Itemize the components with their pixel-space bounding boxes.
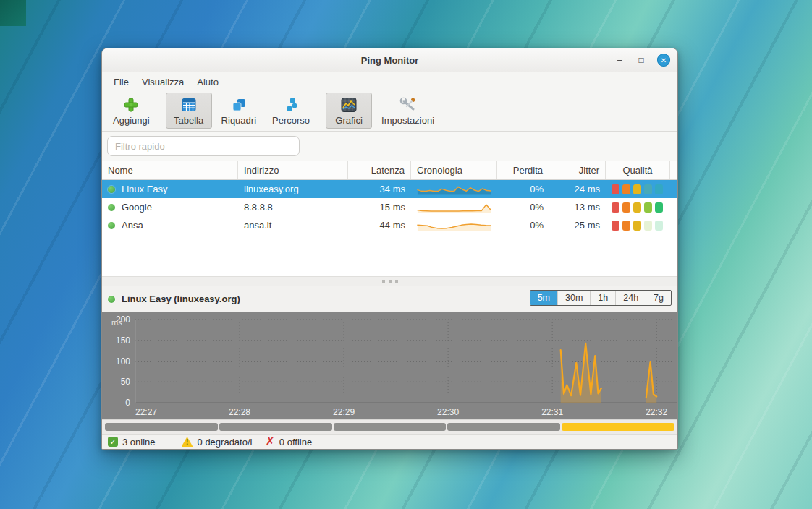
splitter-grip-dot	[382, 280, 385, 283]
toolbar-button-label: Impostazioni	[381, 115, 434, 126]
menu-visualizza[interactable]: Visualizza	[136, 74, 190, 90]
host-latency: 34 ms	[348, 184, 411, 194]
ping-monitor-window: Ping Monitor – □ ✕ File Visualizza Aiuto…	[101, 48, 678, 450]
panels-icon	[231, 96, 247, 114]
timeline-segment-gray[interactable]	[447, 423, 560, 431]
table-header: Nome Indirizzo Latenza Cronologia Perdit…	[102, 161, 677, 180]
timeline-segment-gray[interactable]	[219, 423, 332, 431]
window-title: Ping Monitor	[102, 55, 677, 66]
toolbar-button-label: Aggiungi	[113, 115, 150, 126]
timeline-segment-gray[interactable]	[105, 423, 218, 431]
menu-file[interactable]: File	[108, 74, 135, 90]
online-status-dot	[108, 186, 115, 193]
host-latency: 15 ms	[348, 202, 411, 213]
timeline-segment-gray[interactable]	[334, 423, 447, 431]
latency-sparkline	[417, 183, 491, 196]
host-loss: 0%	[497, 184, 549, 194]
host-jitter: 24 ms	[549, 184, 606, 194]
quality-square-amber	[633, 221, 641, 231]
table-row[interactable]: Google 8.8.8.8 15 ms 0% 13 ms	[102, 198, 677, 216]
tools-icon	[399, 96, 417, 114]
quality-square-orange	[622, 221, 630, 231]
quality-square-green	[655, 202, 663, 213]
timeline-scrollbar	[102, 419, 677, 434]
filter-row	[102, 132, 677, 161]
host-jitter: 13 ms	[549, 202, 606, 213]
graph-icon	[341, 96, 357, 114]
column-header-spacer	[670, 161, 677, 179]
svg-text:22:30: 22:30	[437, 407, 459, 417]
column-header-jitter[interactable]: Jitter	[549, 161, 606, 179]
svg-text:150: 150	[116, 335, 130, 346]
quality-square-lime	[644, 202, 652, 213]
quality-square-green	[655, 184, 663, 194]
column-header-qualita[interactable]: Qualità	[606, 161, 670, 179]
column-header-perdita[interactable]: Perdita	[497, 161, 549, 179]
host-address: 8.8.8.8	[238, 202, 348, 213]
column-header-indirizzo[interactable]: Indirizzo	[238, 161, 348, 179]
svg-text:22:31: 22:31	[541, 407, 563, 417]
host-loss: 0%	[497, 202, 549, 213]
titlebar[interactable]: Ping Monitor – □ ✕	[102, 48, 677, 72]
quality-indicator	[612, 184, 663, 194]
detail-host-title: Linux Easy (linuxeasy.org)	[122, 294, 240, 304]
range-5m[interactable]: 5m	[530, 291, 558, 305]
column-header-nome[interactable]: Nome	[102, 161, 238, 179]
online-count: 3 online	[122, 437, 156, 448]
svg-text:22:28: 22:28	[229, 407, 250, 417]
host-name: Google	[122, 202, 152, 213]
svg-text:22:29: 22:29	[333, 407, 355, 417]
table-row[interactable]: Linux Easy linuxeasy.org 34 ms 0% 24 ms	[102, 180, 677, 198]
range-30m[interactable]: 30m	[558, 291, 591, 305]
menu-aiuto[interactable]: Aiuto	[191, 74, 224, 90]
menubar: File Visualizza Aiuto	[102, 72, 677, 91]
latency-chart: 050100150200ms22:2722:2822:2922:3022:312…	[102, 312, 677, 419]
route-icon	[283, 96, 299, 114]
host-jitter: 25 ms	[549, 220, 606, 231]
timeline-segment-yellow[interactable]	[562, 423, 674, 431]
hosts-table: Nome Indirizzo Latenza Cronologia Perdit…	[102, 161, 677, 276]
quality-square-amber	[633, 202, 641, 213]
range-1h[interactable]: 1h	[591, 291, 616, 305]
svg-text:50: 50	[121, 377, 131, 387]
close-button[interactable]: ✕	[657, 54, 670, 67]
svg-text:0: 0	[125, 398, 130, 408]
minimize-button[interactable]: –	[614, 54, 625, 66]
table-row[interactable]: Ansa ansa.it 44 ms 0% 25 ms	[102, 216, 677, 234]
quality-square-red	[612, 184, 619, 194]
view-route-button[interactable]: Percorso	[266, 93, 316, 129]
latency-chart-canvas: 050100150200ms22:2722:2822:2922:3022:312…	[102, 312, 677, 419]
toolbar-button-label: Riquadri	[221, 115, 256, 126]
online-status-dot	[108, 296, 115, 303]
quality-square-amber	[633, 184, 641, 194]
toolbar: Aggiungi Tabella	[102, 91, 677, 132]
toolbar-button-label: Tabella	[174, 115, 203, 126]
table-icon	[181, 96, 197, 114]
splitter-handle[interactable]	[102, 276, 677, 286]
quality-square-lime	[644, 221, 652, 231]
online-check-icon: ✓	[108, 437, 118, 447]
plus-icon	[123, 96, 139, 114]
column-header-cronologia[interactable]: Cronologia	[411, 161, 497, 179]
host-name: Linux Easy	[122, 184, 168, 194]
column-header-latenza[interactable]: Latenza	[348, 161, 411, 179]
view-table-button[interactable]: Tabella	[166, 93, 212, 129]
host-address: ansa.it	[238, 220, 348, 231]
latency-sparkline	[417, 201, 491, 214]
quick-filter-input[interactable]	[107, 136, 300, 156]
toolbar-separator	[321, 95, 321, 127]
range-7g[interactable]: 7g	[646, 291, 671, 305]
time-range-selector: 5m 30m 1h 24h 7g	[530, 290, 672, 306]
latency-sparkline	[417, 219, 491, 232]
toolbar-button-label: Grafici	[335, 115, 363, 126]
view-graphs-button[interactable]: Grafici	[326, 93, 372, 129]
host-loss: 0%	[497, 220, 549, 231]
svg-text:ms: ms	[111, 318, 122, 327]
maximize-button[interactable]: □	[635, 54, 647, 66]
add-host-button[interactable]: Aggiungi	[106, 93, 156, 129]
host-name: Ansa	[122, 220, 143, 231]
splitter-grip-dot	[395, 280, 398, 283]
view-panels-button[interactable]: Riquadri	[215, 93, 263, 129]
settings-button[interactable]: Impostazioni	[375, 93, 441, 129]
range-24h[interactable]: 24h	[616, 291, 646, 305]
